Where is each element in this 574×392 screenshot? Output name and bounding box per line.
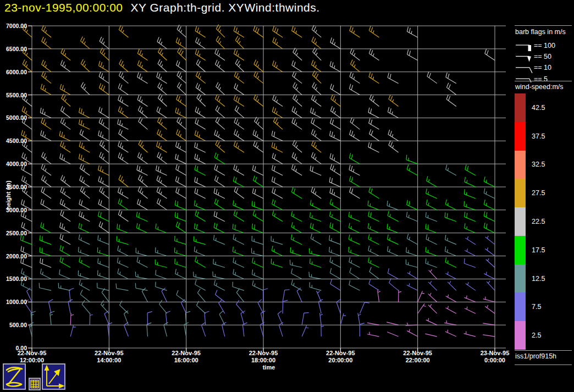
colorbar-tick-label: 37.5 — [532, 132, 545, 140]
colorbar-tick-label: 7.5 — [532, 303, 541, 311]
barb-legend-title: barb flags in m/s — [515, 28, 566, 36]
data-grid-button[interactable] — [29, 378, 41, 390]
y-tick-label: 7000.00 — [1, 23, 27, 29]
colorbar-tick-label: 12.5 — [532, 275, 545, 283]
x-tick-label: 22-Nov-9512:00:00 — [5, 350, 58, 364]
colorbar-tick-label: 42.5 — [532, 104, 545, 112]
grid-icon — [30, 379, 40, 389]
barb-legend-entry: == 50 — [534, 53, 551, 60]
source-divider-bottom — [515, 365, 572, 365]
x-tick-label: 22-Nov-9520:00:00 — [314, 350, 367, 364]
x-tick-label: 22-Nov-9518:00:00 — [237, 350, 290, 364]
colorbar-segment — [515, 93, 526, 122]
y-tick-label: 6500.00 — [1, 46, 27, 52]
y-tick-label: 4500.00 — [1, 137, 27, 144]
wind-barb-plot — [0, 0, 574, 392]
x-tick-label: 22-Nov-9516:00:00 — [160, 350, 213, 364]
colorbar-tick-label: 27.5 — [532, 189, 545, 197]
wind-speed-colorbar — [515, 93, 526, 350]
colorbar-tick-label: 17.5 — [532, 246, 545, 254]
colorbar-segment — [515, 264, 526, 293]
x-tick-label: 22-Nov-9522:00:00 — [391, 350, 444, 364]
colorbar-title: wind-speed:m/s — [515, 83, 564, 91]
zebra-logo-button[interactable] — [3, 363, 26, 390]
barb-flag-legend: == 100== 50== 10== 5 — [515, 40, 573, 86]
xy-plot-button[interactable] — [42, 363, 65, 390]
colorbar-tick-label: 22.5 — [532, 218, 545, 225]
app-window: 23-nov-1995,00:00:00XY Graph:th-grid. XY… — [0, 0, 574, 392]
xy-plot-icon — [43, 365, 64, 389]
y-tick-label: 5000.00 — [1, 114, 27, 121]
y-tick-label: 1500.00 — [1, 275, 27, 282]
colorbar-segment — [515, 151, 526, 179]
legend-divider-top — [515, 25, 572, 26]
y-tick-label: 2000.00 — [1, 253, 27, 260]
y-tick-label: 5500.00 — [1, 92, 27, 98]
y-tick-label: 1000.00 — [1, 299, 27, 305]
barb-legend-entry: == 10 — [534, 64, 551, 71]
y-tick-label: 4000.00 — [1, 161, 27, 167]
colorbar-segment — [515, 122, 526, 151]
colorbar-segment — [515, 321, 526, 350]
colorbar-tick-label: 32.5 — [532, 161, 545, 168]
y-tick-label: 500.00 — [1, 322, 27, 328]
x-tick-label: 22-Nov-9514:00:00 — [82, 350, 135, 364]
colorbar-segment — [515, 207, 526, 236]
y-tick-label: 2500.00 — [1, 230, 27, 236]
colorbar-segment — [515, 292, 526, 321]
y-axis-title: height (m) — [5, 168, 12, 223]
legend-divider-mid — [515, 81, 572, 81]
y-tick-label: 6000.00 — [1, 69, 27, 75]
data-source-label: iss1/prof915h — [515, 352, 556, 360]
barb-legend-entry: == 5 — [534, 75, 548, 83]
x-axis-title: time — [252, 364, 285, 371]
colorbar-segment — [515, 179, 526, 207]
x-tick-label: 23-Nov-950:00:00 — [468, 350, 521, 364]
source-divider-top — [515, 350, 572, 351]
barb-legend-entry: == 100 — [534, 42, 555, 49]
zebra-logo-icon — [4, 365, 25, 389]
colorbar-tick-label: 2.5 — [532, 332, 541, 339]
colorbar-segment — [515, 236, 526, 264]
